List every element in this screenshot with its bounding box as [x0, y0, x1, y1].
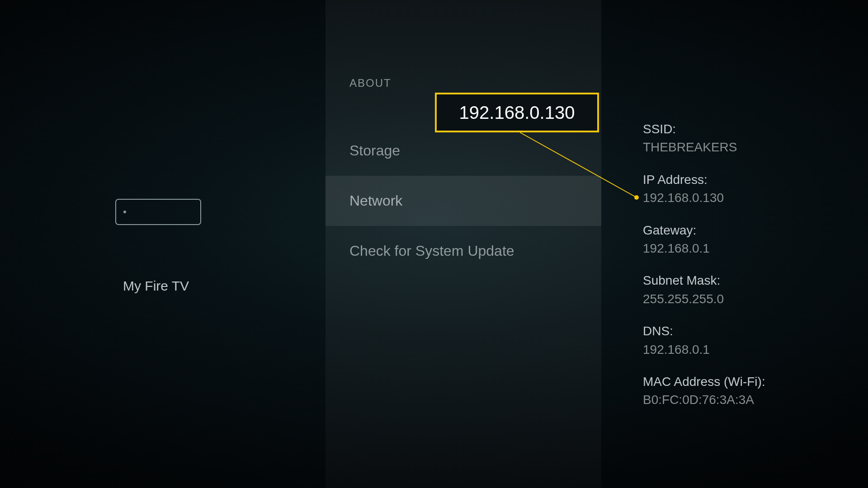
detail-label-dns: DNS: — [643, 323, 834, 339]
menu-item-network[interactable]: Network — [326, 176, 601, 226]
detail-value-ssid: THEBREAKERS — [643, 137, 834, 157]
detail-value-subnet: 255.255.255.0 — [643, 289, 834, 309]
detail-value-dns: 192.168.0.1 — [643, 340, 834, 359]
detail-label-ip: IP Address: — [643, 172, 834, 188]
section-title-about: ABOUT — [326, 77, 601, 89]
detail-value-ip: 192.168.0.130 — [643, 188, 834, 207]
menu-item-storage[interactable]: Storage — [326, 126, 601, 176]
detail-value-mac: B0:FC:0D:76:3A:3A — [643, 390, 834, 409]
ip-callout-text: 192.168.0.130 — [459, 103, 575, 123]
detail-ssid: SSID: THEBREAKERS — [643, 121, 834, 157]
detail-label-ssid: SSID: — [643, 121, 834, 137]
menu-item-check-update[interactable]: Check for System Update — [326, 226, 601, 276]
detail-value-gateway: 192.168.0.1 — [643, 239, 834, 258]
detail-ip: IP Address: 192.168.0.130 — [643, 172, 834, 208]
detail-mac: MAC Address (Wi-Fi): B0:FC:0D:76:3A:3A — [643, 374, 834, 410]
network-details-column: SSID: THEBREAKERS IP Address: 192.168.0.… — [601, 0, 852, 488]
left-column: My Fire TV — [0, 0, 326, 488]
detail-label-gateway: Gateway: — [643, 222, 834, 239]
detail-label-subnet: Subnet Mask: — [643, 272, 834, 289]
detail-subnet: Subnet Mask: 255.255.255.0 — [643, 272, 834, 309]
device-label: My Fire TV — [123, 278, 189, 294]
detail-gateway: Gateway: 192.168.0.1 — [643, 222, 834, 258]
about-menu-column: ABOUT Storage Network Check for System U… — [326, 0, 601, 488]
device-icon — [115, 199, 201, 225]
detail-dns: DNS: 192.168.0.1 — [643, 323, 834, 359]
detail-label-mac: MAC Address (Wi-Fi): — [643, 374, 834, 390]
ip-callout-box: 192.168.0.130 — [435, 93, 599, 132]
